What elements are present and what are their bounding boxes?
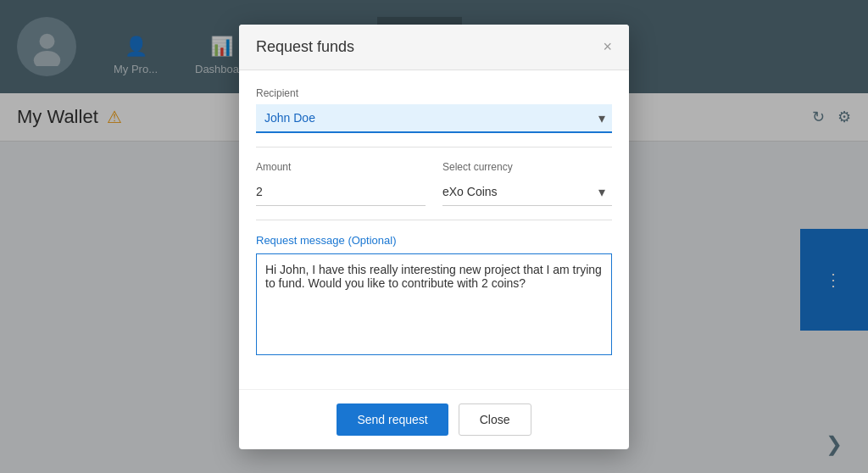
request-funds-modal: Request funds × Recipient John Doe ▾ Amo… xyxy=(239,25,629,449)
send-request-button[interactable]: Send request xyxy=(337,403,448,436)
modal-overlay: Request funds × Recipient John Doe ▾ Amo… xyxy=(0,0,868,473)
message-label: Request message (Optional) xyxy=(256,234,612,247)
amount-label: Amount xyxy=(256,161,426,173)
amount-currency-row: Amount Select currency eXo Coins ▾ xyxy=(256,161,612,206)
modal-footer: Send request Close xyxy=(239,389,629,449)
message-textarea[interactable]: Hi John, I have this really interesting … xyxy=(256,253,612,355)
modal-header: Request funds × xyxy=(239,25,629,70)
recipient-label: Recipient xyxy=(256,87,612,99)
divider-2 xyxy=(256,220,612,220)
amount-group: Amount xyxy=(256,161,426,206)
currency-group: Select currency eXo Coins ▾ xyxy=(442,161,612,206)
modal-title: Request funds xyxy=(256,38,354,56)
message-group: Request message (Optional) Hi John, I ha… xyxy=(256,234,612,359)
amount-input[interactable] xyxy=(256,178,426,206)
currency-label: Select currency xyxy=(442,161,612,173)
modal-close-button[interactable]: × xyxy=(603,39,612,54)
modal-body: Recipient John Doe ▾ Amount Select curre… xyxy=(239,70,629,389)
recipient-select[interactable]: John Doe xyxy=(256,104,612,131)
divider-1 xyxy=(256,147,612,147)
close-button[interactable]: Close xyxy=(459,403,531,436)
currency-select[interactable]: eXo Coins xyxy=(442,178,612,205)
recipient-group: Recipient John Doe ▾ xyxy=(256,87,612,133)
recipient-select-wrapper: John Doe ▾ xyxy=(256,104,612,133)
currency-select-wrapper: eXo Coins ▾ xyxy=(442,178,612,206)
